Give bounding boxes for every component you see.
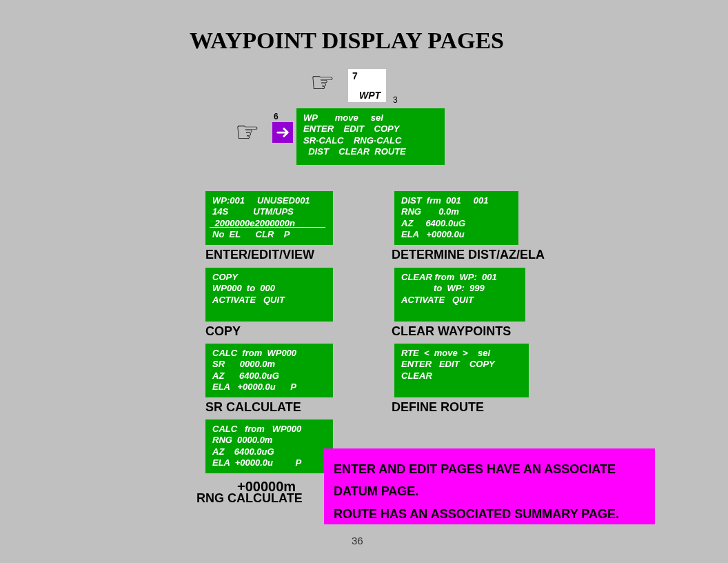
pointer-hand-icon: ☞ (235, 121, 265, 144)
panel-line: ACTIVATE QUIT (212, 295, 326, 306)
wpt-side-digit: 3 (393, 95, 398, 105)
wpt-label: WPT (359, 90, 381, 101)
panel-line: No EL CLR P (212, 229, 326, 240)
panel-line: RTE < move > sel (401, 348, 522, 359)
panel-line: AZ 6400.0uG (212, 371, 326, 382)
note-line: ENTER AND EDIT PAGES HAVE AN ASSOCIATE (334, 458, 645, 480)
panel-line: WP:001 UNUSED001 (212, 195, 326, 206)
dist-caption: DETERMINE DIST/AZ/ELA (392, 248, 545, 262)
wpt-key-box: 7 WPT (348, 69, 386, 102)
wpt-digit: 7 (352, 70, 358, 81)
dist-panel: DIST frm 001 001 RNG 0.0m AZ 6400.0uG EL… (394, 191, 518, 245)
panel-line: ACTIVATE QUIT (401, 295, 518, 306)
panel-line: ELA +0000.0u (401, 229, 512, 240)
clear-caption: CLEAR WAYPOINTS (392, 324, 511, 339)
menu-line: SR-CALC RNG-CALC (303, 135, 438, 146)
panel-line: ELA +0000.0u P (212, 457, 326, 468)
panel-line: RNG 0000.0m (212, 435, 326, 446)
panel-line: ENTER EDIT COPY (401, 359, 522, 370)
sr-calc-caption: SR CALCULATE (205, 400, 301, 415)
panel-line: 14S UTM/UPS (212, 206, 326, 217)
panel-line: AZ 6400.0uG (212, 446, 326, 457)
wp-menu-panel: WP move sel ENTER EDIT COPY SR-CALC RNG-… (296, 108, 445, 165)
note-box: ENTER AND EDIT PAGES HAVE AN ASSOCIATE D… (324, 448, 655, 524)
enter-key-digit: 6 (274, 112, 279, 121)
route-panel: RTE < move > sel ENTER EDIT COPY CLEAR (394, 344, 529, 397)
page-title: WAYPOINT DISPLAY PAGES (190, 28, 504, 54)
note-line: ROUTE HAS AN ASSOCIATED SUMMARY PAGE. (334, 503, 645, 525)
sr-calc-panel: CALC from WP000 SR 0000.0m AZ 6400.0uG E… (205, 344, 333, 397)
panel-line: ELA +0000.0u P (212, 382, 326, 393)
copy-caption: COPY (205, 324, 241, 339)
enter-edit-panel: WP:001 UNUSED001 14S UTM/UPS 2000000e200… (205, 191, 333, 245)
menu-line: ENTER EDIT COPY (303, 124, 438, 135)
panel-line: CLEAR (401, 371, 522, 382)
panel-line: CALC from WP000 (212, 424, 326, 435)
panel-line: to WP: 999 (401, 283, 518, 294)
route-caption: DEFINE ROUTE (392, 400, 484, 415)
panel-line: RNG 0.0m (401, 206, 512, 217)
panel-line: DIST frm 001 001 (401, 195, 512, 206)
note-line: DATUM PAGE. (334, 480, 645, 502)
divider (210, 227, 325, 228)
rng-calc-panel: CALC from WP000 RNG 0000.0m AZ 6400.0uG … (205, 419, 333, 473)
panel-line: CALC from WP000 (212, 348, 326, 359)
panel-line: SR 0000.0m (212, 359, 326, 370)
clear-panel: CLEAR from WP: 001 to WP: 999 ACTIVATE Q… (394, 268, 525, 322)
panel-line: COPY (212, 272, 326, 283)
copy-panel: COPY WP000 to 000 ACTIVATE QUIT (205, 268, 333, 322)
menu-line: DIST CLEAR ROUTE (303, 146, 438, 157)
panel-line: WP000 to 000 (212, 283, 326, 294)
menu-line: WP move sel (303, 112, 438, 124)
enter-edit-caption: ENTER/EDIT/VIEW (205, 248, 314, 262)
page-number: 36 (352, 535, 363, 546)
panel-line: CLEAR from WP: 001 (401, 272, 518, 283)
enter-key-icon (272, 122, 293, 143)
elevation-overlay: +00000m (237, 479, 296, 495)
panel-line: AZ 6400.0uG (401, 218, 512, 229)
pointer-hand-icon: ☞ (310, 71, 341, 95)
